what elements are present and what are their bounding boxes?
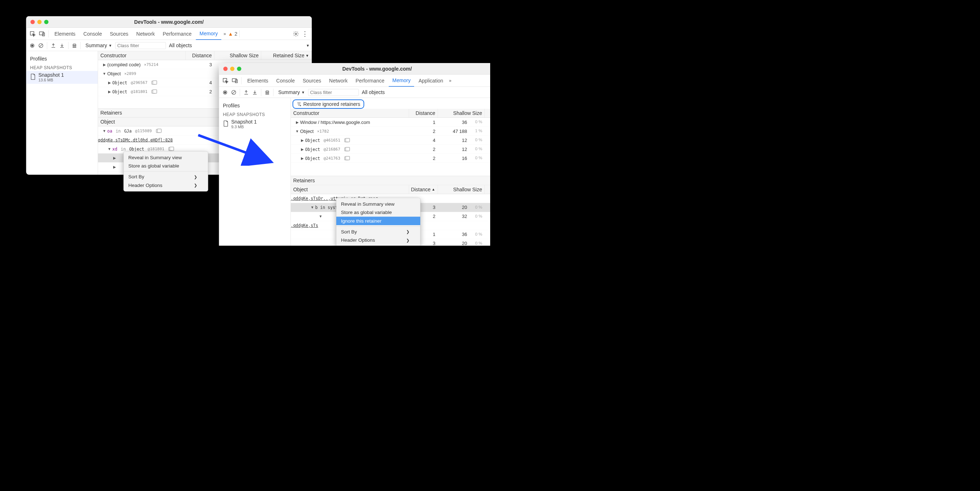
menu-store[interactable]: Store as global variable [124, 162, 208, 170]
tab-sources[interactable]: Sources [299, 75, 325, 87]
collapse-arrow-icon[interactable]: ▼ [108, 147, 111, 151]
table-row[interactable]: ▼Object ×1782 2 47 1881 % 3 580 57639 % [291, 127, 490, 136]
tab-performance[interactable]: Performance [159, 28, 195, 40]
source-link[interactable]: ,qddgKe,sTs [291, 223, 318, 228]
expand-arrow-icon[interactable]: ▶ [301, 138, 304, 142]
view-dropdown[interactable]: Summary▼ [83, 43, 115, 48]
col-retained[interactable]: Retained Size▼ [485, 109, 490, 118]
collapse-arrow-icon[interactable]: ▼ [103, 72, 106, 76]
restore-ignored-retainers-button[interactable]: Restore ignored retainers [293, 99, 364, 109]
col-shallow[interactable]: Shallow Size [215, 51, 261, 60]
tab-memory[interactable]: Memory [196, 28, 222, 40]
record-icon[interactable] [29, 41, 37, 49]
download-icon[interactable] [58, 41, 66, 49]
tab-network[interactable]: Network [326, 75, 351, 87]
menu-reveal[interactable]: Reveal in Summary view [336, 200, 420, 208]
snapshot-item[interactable]: Snapshot 1 9.3 MB [219, 118, 291, 130]
garbage-collect-icon[interactable] [71, 41, 79, 49]
class-filter-input[interactable] [115, 42, 166, 49]
col-shallow[interactable]: Shallow Size [438, 109, 485, 118]
expand-arrow-icon[interactable]: ▶ [113, 156, 116, 160]
tab-console[interactable]: Console [80, 28, 105, 40]
col-shallow[interactable]: Shallow Size [438, 185, 485, 194]
popup-icon[interactable] [156, 129, 160, 133]
settings-icon[interactable] [292, 30, 299, 38]
menu-sort[interactable]: Sort By❯ [124, 173, 208, 181]
collapse-arrow-icon[interactable]: ▼ [103, 129, 106, 133]
popup-icon[interactable] [345, 156, 348, 160]
more-tabs-icon[interactable]: » [448, 78, 453, 83]
menu-ignore-retainer[interactable]: Ignore this retainer [336, 217, 420, 226]
download-icon[interactable] [251, 88, 259, 96]
popup-icon[interactable] [345, 147, 348, 151]
col-retained[interactable]: Retained Size▼ [261, 51, 312, 60]
tab-sources[interactable]: Sources [106, 28, 132, 40]
collapse-arrow-icon[interactable]: ▼ [319, 215, 323, 219]
tab-console[interactable]: Console [272, 75, 298, 87]
expand-arrow-icon[interactable]: ▶ [103, 62, 106, 67]
menu-reveal[interactable]: Reveal in Summary view [124, 153, 208, 162]
tab-elements[interactable]: Elements [51, 28, 79, 40]
device-icon[interactable] [38, 30, 46, 38]
garbage-collect-icon[interactable] [264, 88, 271, 96]
tab-application[interactable]: Application [415, 75, 447, 87]
snapshot-item[interactable]: Snapshot 1 13.6 MB [26, 71, 98, 84]
tab-performance[interactable]: Performance [352, 75, 388, 87]
expand-arrow-icon[interactable]: ▶ [296, 120, 299, 124]
col-distance[interactable]: Distance [186, 51, 215, 60]
expand-arrow-icon[interactable]: ▶ [301, 156, 304, 160]
popup-icon[interactable] [345, 138, 348, 142]
upload-icon[interactable] [49, 41, 57, 49]
source-link[interactable]: qddgKe,sTsDMc,dtl0hd,eHDfl:828 [98, 138, 173, 142]
inspect-icon[interactable] [29, 30, 37, 38]
var-name: oa [107, 129, 113, 133]
clear-icon[interactable] [37, 41, 45, 49]
table-row[interactable]: ▶Object @461651 4 120 % 2 251 04824 % [291, 136, 490, 145]
table-row[interactable]: ▶Object @216867 2 120 % 622 3767 % [291, 145, 490, 154]
expand-arrow-icon[interactable]: ▶ [108, 80, 111, 85]
menu-store[interactable]: Store as global variable [336, 208, 420, 217]
menu-header-options[interactable]: Header Options❯ [336, 236, 420, 245]
expand-arrow-icon[interactable]: ▶ [301, 147, 304, 151]
collapse-arrow-icon[interactable]: ▼ [296, 129, 299, 133]
popup-icon[interactable] [169, 147, 173, 151]
col-distance[interactable]: Distance [409, 109, 438, 118]
popup-icon[interactable] [152, 90, 156, 93]
count: ×75214 [144, 62, 159, 67]
upload-icon[interactable] [242, 88, 250, 96]
object-filter-dropdown[interactable]: All objects [360, 89, 490, 95]
warning-icon[interactable]: ▲ [228, 31, 233, 37]
device-icon[interactable] [231, 76, 239, 85]
expand-arrow-icon[interactable]: ▶ [108, 89, 111, 94]
col-retained[interactable]: Retained Size [485, 185, 490, 194]
clear-icon[interactable] [230, 88, 238, 96]
popup-icon[interactable] [152, 81, 156, 84]
view-dropdown-label: Summary [278, 89, 300, 95]
col-distance[interactable]: Distance▲ [409, 185, 438, 194]
class-filter-input[interactable] [308, 89, 359, 96]
menu-header-options[interactable]: Header Options❯ [124, 181, 208, 190]
submenu-arrow-icon: ❯ [406, 238, 409, 242]
warning-count: 2 [235, 31, 237, 37]
inspect-icon[interactable] [221, 76, 230, 85]
object-filter-dropdown[interactable]: All objects [167, 43, 305, 48]
tab-network[interactable]: Network [133, 28, 158, 40]
table-row[interactable]: ▶Object @241763 2 160 % 87 1121 % [291, 154, 490, 163]
col-constructor[interactable]: Constructor [291, 109, 409, 118]
view-dropdown[interactable]: Summary▼ [276, 89, 307, 95]
expand-arrow-icon[interactable]: ▶ [113, 174, 116, 175]
record-icon[interactable] [221, 88, 229, 96]
kebab-icon[interactable]: ⋮ [300, 30, 310, 38]
cell: (compiled code) [107, 62, 140, 68]
constructor-grid: ▶Window / https://www.google.com 1 360 %… [291, 118, 490, 176]
col-object[interactable]: Object [291, 185, 409, 194]
collapse-arrow-icon[interactable]: ▼ [311, 205, 314, 210]
expand-arrow-icon[interactable]: ▶ [113, 165, 116, 169]
table-row[interactable]: ▶Window / https://www.google.com 1 360 %… [291, 118, 490, 127]
tab-memory[interactable]: Memory [389, 75, 415, 87]
more-tabs-icon[interactable]: » [222, 31, 228, 37]
svg-point-3 [295, 33, 297, 35]
col-constructor[interactable]: Constructor [98, 51, 186, 60]
tab-elements[interactable]: Elements [243, 75, 272, 87]
menu-sort[interactable]: Sort By❯ [336, 228, 420, 236]
